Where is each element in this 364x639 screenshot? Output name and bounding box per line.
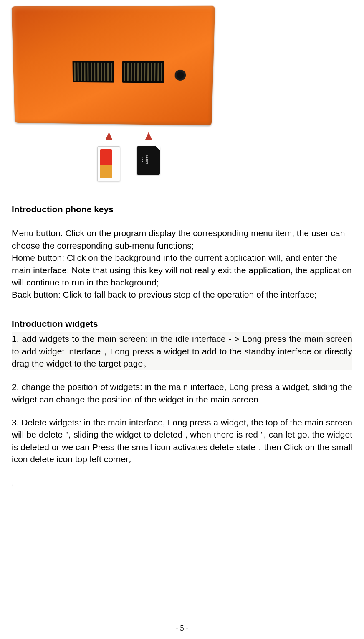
- section-heading-phone-keys: Introduction phone keys: [12, 203, 352, 215]
- page-number: - 5 -: [0, 623, 364, 634]
- arrow-up-icon: [145, 132, 152, 140]
- paragraph-delete-widgets: 3. Delete widgets: in the main interface…: [12, 416, 352, 466]
- trailing-comma: ,: [12, 476, 352, 489]
- sim-card-icon: [97, 146, 120, 181]
- phone-back-cover: [12, 6, 215, 125]
- arrow-up-icon: [106, 132, 112, 140]
- paragraph-back-button: Back button: Click to fall back to previ…: [12, 288, 352, 300]
- paragraph-add-widgets: 1, add widgets to the main screen: in th…: [12, 332, 352, 370]
- paragraph-menu-button: Menu button: Click on the program displa…: [12, 227, 352, 252]
- sd-slot: [122, 61, 164, 83]
- section-heading-widgets: Introduction widgets: [12, 318, 352, 330]
- product-illustration: azumi micro: [12, 7, 222, 195]
- sd-card-label: azumi micro: [140, 155, 149, 175]
- sim-slot: [73, 61, 114, 83]
- sd-card-icon: azumi micro: [137, 146, 160, 175]
- camera-hole: [175, 70, 186, 81]
- paragraph-move-widgets: 2, change the position of widgets: in th…: [12, 381, 352, 405]
- paragraph-home-button: Home button: Click on the background int…: [12, 252, 352, 288]
